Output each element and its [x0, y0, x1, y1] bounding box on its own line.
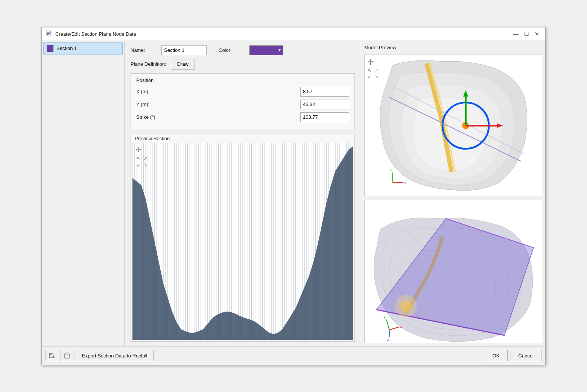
preview-section-canvas: ✛ ↖ ↗ ↙ ↘	[132, 143, 353, 340]
plane-label: Plane Definition:	[131, 61, 166, 67]
delete-icon	[64, 352, 70, 359]
minimize-button[interactable]: —	[511, 30, 520, 38]
model-view-bottom: x Y Z	[364, 200, 542, 343]
left-panel: Section 1	[42, 41, 125, 346]
y-label: Y (m):	[136, 101, 166, 107]
right-panel: Model Preview ✛ ↖ ↗ ↙ ↘	[361, 41, 545, 346]
strike-row: Strike (°)	[136, 112, 349, 122]
svg-rect-1	[47, 32, 50, 33]
model-top-svg: x Y	[365, 54, 542, 197]
svg-marker-4	[50, 31, 52, 32]
add-icon	[49, 352, 55, 359]
svg-text:Y: Y	[383, 316, 386, 319]
svg-rect-3	[47, 34, 49, 35]
name-color-row: Name: Color: ▼	[131, 45, 355, 55]
section-list-item[interactable]: Section 1	[43, 42, 123, 54]
y-row: Y (m):	[136, 100, 349, 109]
app-icon	[46, 30, 52, 37]
color-dropdown-arrow: ▼	[278, 48, 281, 52]
title-bar: Create/Edit Section Plane Node Data — ☐ …	[42, 27, 545, 41]
y-input[interactable]	[300, 100, 349, 109]
preview-section-controls: ✛ ↖ ↗ ↙ ↘	[135, 146, 149, 168]
zoom-3d-bl[interactable]: ↙	[368, 74, 374, 79]
color-picker-button[interactable]: ▼	[249, 45, 283, 55]
middle-panel: Name: Color: ▼ Plane Definition: Draw Po…	[125, 41, 361, 346]
plane-definition-row: Plane Definition: Draw	[131, 59, 355, 70]
title-bar-left: Create/Edit Section Plane Node Data	[46, 30, 136, 37]
zoom-3d-icons: ↖ ↗ ↙ ↘	[368, 68, 381, 79]
svg-text:x: x	[405, 180, 406, 185]
zoom-3d-tr[interactable]: ↗	[375, 68, 382, 73]
section-item-name: Section 1	[56, 45, 77, 51]
zoom-in-left-icon[interactable]: ↙	[135, 162, 142, 168]
svg-rect-2	[47, 33, 50, 34]
bottom-bar: Export Section Data to Rocfall OK Cancel	[42, 346, 545, 365]
close-button[interactable]: ✕	[532, 30, 541, 38]
zoom-3d-tl[interactable]: ↖	[368, 68, 374, 73]
zoom-out-right-icon[interactable]: ↗	[143, 155, 149, 161]
export-button[interactable]: Export Section Data to Rocfall	[76, 350, 154, 361]
svg-point-132	[400, 301, 411, 312]
ok-button[interactable]: OK	[485, 350, 508, 361]
add-section-button[interactable]	[46, 350, 58, 361]
model-preview-title: Model Preview	[364, 44, 542, 51]
bottom-left-buttons: Export Section Data to Rocfall	[46, 350, 154, 361]
pan-icon[interactable]: ✛	[135, 146, 149, 154]
main-content: Section 1 Name: Color: ▼ Plane Definitio…	[42, 41, 545, 346]
x-row: X (m):	[136, 87, 349, 97]
color-label: Color:	[219, 47, 245, 53]
svg-text:Y: Y	[390, 168, 392, 173]
strike-input[interactable]	[300, 112, 349, 122]
zoom-3d-br[interactable]: ↘	[375, 74, 382, 79]
maximize-button[interactable]: ☐	[522, 30, 531, 38]
model-view-top: ✛ ↖ ↗ ↙ ↘	[364, 54, 542, 197]
draw-button[interactable]: Draw	[171, 59, 195, 70]
svg-text:Z: Z	[387, 338, 389, 342]
preview-section-group: Preview Section ✛ ↖ ↗ ↙ ↘	[131, 133, 355, 342]
zoom-out-left-icon[interactable]: ↖	[135, 155, 142, 161]
name-input[interactable]	[161, 45, 207, 55]
zoom-in-right-icon[interactable]: ↘	[143, 162, 149, 168]
strike-label: Strike (°)	[136, 114, 166, 120]
svg-text:x: x	[400, 325, 402, 328]
bottom-right-buttons: OK Cancel	[485, 350, 541, 361]
dialog-title: Create/Edit Section Plane Node Data	[55, 31, 136, 37]
cancel-button[interactable]: Cancel	[511, 350, 541, 361]
x-input[interactable]	[300, 87, 349, 97]
zoom-icons: ↖ ↗ ↙ ↘	[135, 155, 149, 168]
dialog: Create/Edit Section Plane Node Data — ☐ …	[41, 27, 546, 365]
delete-section-button[interactable]	[61, 350, 73, 361]
preview-section-title: Preview Section	[131, 133, 354, 143]
x-label: X (m):	[136, 89, 166, 94]
model-bottom-svg: x Y Z	[365, 200, 542, 343]
model-top-controls: ✛ ↖ ↗ ↙ ↘	[368, 58, 381, 79]
position-group-title: Position	[136, 77, 349, 83]
section-profile-svg	[132, 143, 353, 340]
position-group: Position X (m): Y (m): Strike (°)	[131, 73, 355, 129]
section-color-swatch	[47, 45, 53, 52]
name-label: Name:	[131, 47, 157, 53]
pan-3d-icon[interactable]: ✛	[368, 58, 381, 67]
title-controls: — ☐ ✕	[511, 30, 541, 38]
